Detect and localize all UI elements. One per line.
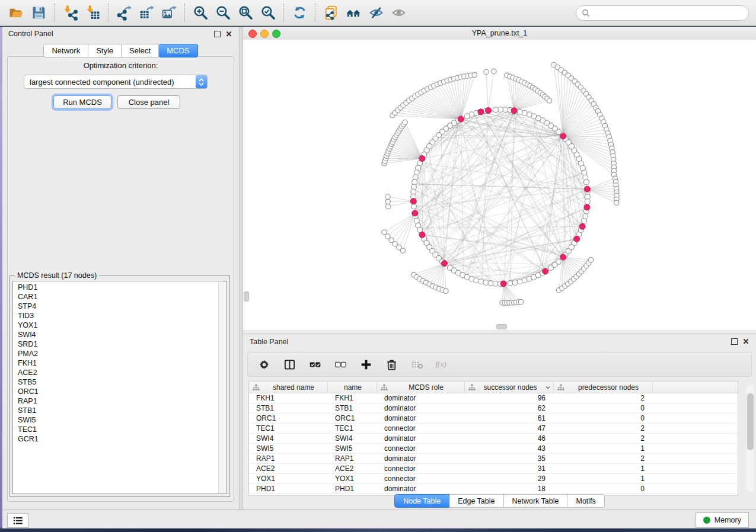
network-vertical-scrollbar[interactable] (244, 291, 249, 302)
cell-successor-nodes[interactable]: 47 (465, 424, 554, 433)
mcds-result-list[interactable]: PHD1CAR1STP4TID3YOX1SWI4SRD1PMA2FKH1ACE2… (12, 281, 227, 494)
cell-name[interactable]: TEC1 (328, 424, 377, 433)
graph-node[interactable] (411, 189, 416, 194)
cell-shared-name[interactable]: ORC1 (249, 414, 328, 423)
float-panel-icon[interactable] (213, 30, 221, 38)
graph-leaf-node[interactable] (588, 258, 593, 262)
toggle-panel-button[interactable] (282, 357, 297, 371)
table-row[interactable]: ACE2ACE2connector311 (249, 464, 738, 474)
mcds-result-item[interactable]: STB1 (13, 406, 218, 415)
graph-node[interactable] (464, 114, 470, 119)
graph-node[interactable] (585, 194, 591, 200)
zoom-in-button[interactable] (189, 2, 212, 24)
cell-mcds-role[interactable]: dominator (377, 414, 465, 423)
cell-mcds-role[interactable]: dominator (377, 434, 465, 443)
mcds-result-item[interactable]: YOX1 (13, 321, 218, 330)
table-scrollbar-thumb[interactable] (747, 393, 754, 450)
cell-predecessor-nodes[interactable]: 0 (554, 403, 653, 413)
table-row[interactable]: PHD1PHD1dominator180 (249, 484, 738, 494)
graph-node[interactable] (517, 109, 522, 114)
cell-mcds-role[interactable]: dominator (377, 403, 465, 413)
graph-mcds-node[interactable] (442, 261, 448, 267)
tab-select[interactable]: Select (122, 44, 159, 57)
table-row[interactable]: STB1STB1dominator620 (249, 403, 738, 414)
graph-leaf-node[interactable] (382, 230, 387, 235)
zoom-fit-button[interactable] (234, 2, 257, 24)
graph-leaf-node[interactable] (492, 69, 496, 73)
graph-leaf-node[interactable] (385, 199, 390, 204)
network-graph[interactable] (243, 40, 756, 330)
mcds-result-item[interactable]: TEC1 (13, 425, 218, 434)
graph-leaf-node[interactable] (472, 72, 477, 77)
cell-name[interactable]: SWI4 (328, 434, 377, 443)
cell-name[interactable]: RAP1 (328, 454, 377, 463)
graph-leaf-node[interactable] (484, 69, 489, 74)
mcds-result-item[interactable]: CAR1 (13, 292, 218, 302)
graph-mcds-node[interactable] (560, 254, 566, 260)
graph-mcds-node[interactable] (419, 232, 425, 238)
cell-predecessor-nodes[interactable]: 1 (554, 444, 653, 453)
show-graphics-details-button[interactable] (387, 2, 410, 24)
tab-network[interactable]: Network (43, 44, 88, 57)
mcds-result-item[interactable]: ORC1 (13, 387, 218, 396)
cell-successor-nodes[interactable]: 96 (465, 393, 554, 403)
mcds-result-item[interactable]: SWI4 (13, 330, 218, 339)
graph-node[interactable] (413, 175, 418, 180)
network-window-titlebar[interactable]: YPA_prune.txt_1 (243, 27, 756, 40)
cell-mcds-role[interactable]: connector (377, 424, 465, 433)
cell-successor-nodes[interactable]: 31 (465, 464, 554, 473)
column-header-successor-nodes[interactable]: successor nodes (465, 382, 554, 393)
cell-mcds-role[interactable]: dominator (377, 484, 465, 493)
cell-predecessor-nodes[interactable]: 2 (554, 454, 653, 463)
create-column-button[interactable] (358, 357, 374, 371)
tab-node-table[interactable]: Node Table (394, 494, 449, 508)
graph-mcds-node[interactable] (486, 107, 492, 113)
cell-successor-nodes[interactable]: 35 (465, 454, 554, 463)
cell-mcds-role[interactable]: dominator (377, 454, 465, 463)
cell-name[interactable]: ORC1 (328, 414, 377, 423)
float-panel-icon[interactable] (730, 337, 738, 345)
cell-shared-name[interactable]: FKH1 (249, 393, 328, 403)
mcds-result-item[interactable]: FKH1 (13, 358, 218, 368)
search-input[interactable] (590, 7, 748, 19)
graph-node[interactable] (556, 259, 562, 264)
graph-leaf-node[interactable] (444, 289, 448, 293)
mcds-result-item[interactable]: TID3 (13, 311, 218, 321)
clone-network-button[interactable] (320, 2, 342, 24)
graph-mcds-node[interactable] (584, 186, 590, 192)
tab-network-table[interactable]: Network Table (504, 494, 568, 508)
table-row[interactable]: SWI4SWI4dominator462 (249, 434, 738, 444)
cell-shared-name[interactable]: STB1 (249, 403, 328, 413)
open-folder-button[interactable] (5, 2, 27, 24)
network-view[interactable] (243, 40, 756, 330)
graph-leaf-node[interactable] (547, 98, 551, 103)
graph-mcds-node[interactable] (500, 281, 506, 287)
table-row[interactable]: TEC1TEC1connector472 (249, 424, 738, 434)
graph-leaf-node[interactable] (385, 234, 390, 239)
close-panel-icon[interactable]: ✕ (742, 337, 750, 345)
cell-predecessor-nodes[interactable]: 0 (554, 414, 653, 423)
graph-node[interactable] (585, 199, 590, 204)
select-all-columns-button[interactable] (307, 357, 323, 371)
cell-shared-name[interactable]: TEC1 (249, 424, 328, 433)
tab-mcds[interactable]: MCDS (159, 44, 197, 57)
cell-shared-name[interactable]: RAP1 (249, 454, 328, 463)
graph-mcds-node[interactable] (574, 236, 580, 242)
graph-mcds-node[interactable] (579, 223, 585, 229)
graph-leaf-node[interactable] (403, 120, 407, 124)
task-history-button[interactable] (7, 513, 28, 528)
list-scrollbar[interactable] (218, 281, 227, 493)
graph-leaf-node[interactable] (386, 204, 391, 209)
graph-node[interactable] (479, 279, 484, 284)
cell-shared-name[interactable]: SWI4 (249, 434, 328, 443)
cell-mcds-role[interactable]: connector (377, 474, 465, 483)
cell-successor-nodes[interactable]: 18 (465, 484, 554, 493)
delete-columns-button[interactable] (384, 357, 399, 371)
panel-divider[interactable] (239, 27, 243, 509)
graph-leaf-node[interactable] (385, 194, 390, 199)
graph-node[interactable] (412, 180, 417, 185)
node-table[interactable]: shared namenameMCDS rolesuccessor nodesp… (248, 381, 738, 496)
graph-node[interactable] (411, 204, 416, 209)
graph-node[interactable] (508, 281, 513, 286)
run-mcds-button[interactable]: Run MCDS (53, 95, 111, 109)
